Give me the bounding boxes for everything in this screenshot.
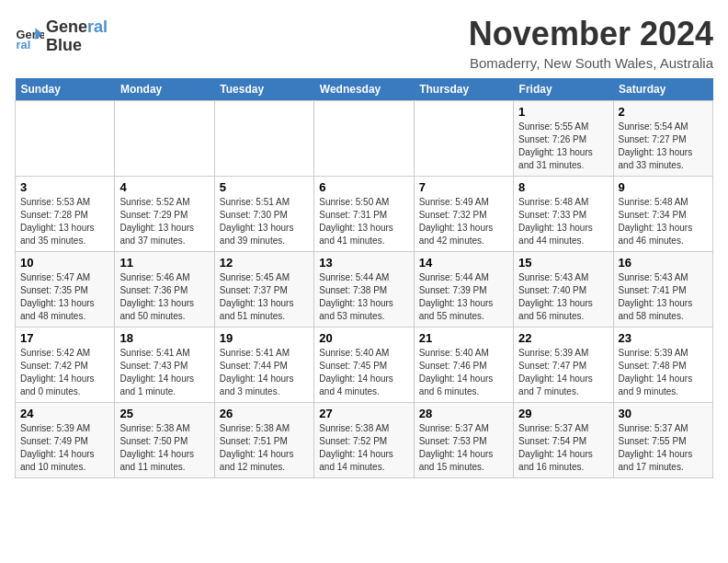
calendar-cell: 30Sunrise: 5:37 AM Sunset: 7:55 PM Dayli… bbox=[613, 403, 712, 478]
day-info: Sunrise: 5:40 AM Sunset: 7:46 PM Dayligh… bbox=[419, 347, 508, 398]
day-number: 20 bbox=[319, 331, 408, 345]
calendar-table: Sunday Monday Tuesday Wednesday Thursday… bbox=[15, 78, 713, 478]
day-number: 26 bbox=[220, 407, 309, 420]
day-number: 19 bbox=[220, 331, 309, 345]
calendar-cell: 1Sunrise: 5:55 AM Sunset: 7:26 PM Daylig… bbox=[514, 101, 613, 177]
calendar-cell: 12Sunrise: 5:45 AM Sunset: 7:37 PM Dayli… bbox=[214, 252, 313, 327]
day-info: Sunrise: 5:41 AM Sunset: 7:44 PM Dayligh… bbox=[220, 347, 309, 398]
day-info: Sunrise: 5:42 AM Sunset: 7:42 PM Dayligh… bbox=[20, 347, 109, 398]
calendar-cell: 23Sunrise: 5:39 AM Sunset: 7:48 PM Dayli… bbox=[613, 327, 712, 403]
day-number: 30 bbox=[619, 407, 708, 420]
day-info: Sunrise: 5:48 AM Sunset: 7:34 PM Dayligh… bbox=[619, 196, 708, 247]
day-info: Sunrise: 5:39 AM Sunset: 7:48 PM Dayligh… bbox=[619, 347, 708, 398]
calendar-cell: 10Sunrise: 5:47 AM Sunset: 7:35 PM Dayli… bbox=[16, 252, 115, 327]
calendar-cell: 11Sunrise: 5:46 AM Sunset: 7:36 PM Dayli… bbox=[115, 252, 214, 327]
day-info: Sunrise: 5:39 AM Sunset: 7:49 PM Dayligh… bbox=[20, 422, 109, 474]
day-number: 27 bbox=[319, 407, 408, 420]
day-info: Sunrise: 5:40 AM Sunset: 7:45 PM Dayligh… bbox=[319, 347, 408, 398]
calendar-cell: 2Sunrise: 5:54 AM Sunset: 7:27 PM Daylig… bbox=[613, 101, 712, 177]
calendar-cell: 7Sunrise: 5:49 AM Sunset: 7:32 PM Daylig… bbox=[414, 177, 513, 252]
logo-text: GeneralBlue bbox=[46, 18, 108, 55]
day-info: Sunrise: 5:38 AM Sunset: 7:52 PM Dayligh… bbox=[319, 422, 408, 474]
calendar-cell: 4Sunrise: 5:52 AM Sunset: 7:29 PM Daylig… bbox=[115, 177, 214, 252]
day-info: Sunrise: 5:50 AM Sunset: 7:31 PM Dayligh… bbox=[319, 196, 408, 247]
calendar-cell: 17Sunrise: 5:42 AM Sunset: 7:42 PM Dayli… bbox=[16, 327, 115, 403]
calendar-cell: 15Sunrise: 5:43 AM Sunset: 7:40 PM Dayli… bbox=[514, 252, 613, 327]
logo: Gene ral GeneralBlue bbox=[15, 18, 108, 55]
title-block: November 2024 Bomaderry, New South Wales… bbox=[469, 15, 713, 71]
header-thursday: Thursday bbox=[414, 78, 513, 101]
day-info: Sunrise: 5:43 AM Sunset: 7:40 PM Dayligh… bbox=[518, 271, 608, 323]
day-number: 8 bbox=[518, 180, 608, 194]
calendar-cell: 26Sunrise: 5:38 AM Sunset: 7:51 PM Dayli… bbox=[214, 403, 313, 478]
day-number: 13 bbox=[319, 256, 408, 270]
day-info: Sunrise: 5:54 AM Sunset: 7:27 PM Dayligh… bbox=[619, 121, 708, 172]
header-wednesday: Wednesday bbox=[314, 78, 414, 101]
day-number: 16 bbox=[619, 256, 708, 270]
day-info: Sunrise: 5:38 AM Sunset: 7:50 PM Dayligh… bbox=[119, 422, 209, 474]
day-info: Sunrise: 5:37 AM Sunset: 7:54 PM Dayligh… bbox=[518, 422, 608, 474]
calendar-cell: 22Sunrise: 5:39 AM Sunset: 7:47 PM Dayli… bbox=[514, 327, 613, 403]
day-number: 25 bbox=[119, 407, 209, 420]
day-number: 17 bbox=[20, 331, 109, 345]
header-sunday: Sunday bbox=[16, 78, 115, 101]
calendar-body: 1Sunrise: 5:55 AM Sunset: 7:26 PM Daylig… bbox=[16, 101, 713, 478]
day-number: 21 bbox=[419, 331, 508, 345]
calendar-cell: 3Sunrise: 5:53 AM Sunset: 7:28 PM Daylig… bbox=[16, 177, 115, 252]
calendar-cell bbox=[115, 101, 214, 177]
day-number: 11 bbox=[119, 256, 209, 270]
logo-icon: Gene ral bbox=[15, 22, 44, 52]
day-info: Sunrise: 5:45 AM Sunset: 7:37 PM Dayligh… bbox=[220, 271, 309, 323]
calendar-header: Sunday Monday Tuesday Wednesday Thursday… bbox=[16, 78, 713, 101]
day-number: 12 bbox=[220, 256, 309, 270]
day-number: 10 bbox=[20, 256, 109, 270]
day-info: Sunrise: 5:39 AM Sunset: 7:47 PM Dayligh… bbox=[518, 347, 608, 398]
day-info: Sunrise: 5:44 AM Sunset: 7:38 PM Dayligh… bbox=[319, 271, 408, 323]
day-number: 3 bbox=[20, 180, 109, 194]
calendar-cell: 20Sunrise: 5:40 AM Sunset: 7:45 PM Dayli… bbox=[314, 327, 414, 403]
day-number: 14 bbox=[419, 256, 508, 270]
day-number: 22 bbox=[518, 331, 608, 345]
calendar-cell: 9Sunrise: 5:48 AM Sunset: 7:34 PM Daylig… bbox=[613, 177, 712, 252]
day-info: Sunrise: 5:41 AM Sunset: 7:43 PM Dayligh… bbox=[119, 347, 209, 398]
day-number: 9 bbox=[619, 180, 708, 194]
day-info: Sunrise: 5:52 AM Sunset: 7:29 PM Dayligh… bbox=[119, 196, 209, 247]
day-number: 7 bbox=[419, 180, 508, 194]
month-title: November 2024 bbox=[469, 15, 713, 53]
calendar-cell: 16Sunrise: 5:43 AM Sunset: 7:41 PM Dayli… bbox=[613, 252, 712, 327]
calendar-cell: 5Sunrise: 5:51 AM Sunset: 7:30 PM Daylig… bbox=[214, 177, 313, 252]
svg-text:ral: ral bbox=[17, 38, 31, 52]
day-info: Sunrise: 5:44 AM Sunset: 7:39 PM Dayligh… bbox=[419, 271, 508, 323]
day-info: Sunrise: 5:37 AM Sunset: 7:53 PM Dayligh… bbox=[419, 422, 508, 474]
page-header: Gene ral GeneralBlue November 2024 Bomad… bbox=[15, 15, 713, 71]
day-info: Sunrise: 5:43 AM Sunset: 7:41 PM Dayligh… bbox=[619, 271, 708, 323]
calendar-cell: 28Sunrise: 5:37 AM Sunset: 7:53 PM Dayli… bbox=[414, 403, 513, 478]
day-info: Sunrise: 5:38 AM Sunset: 7:51 PM Dayligh… bbox=[220, 422, 309, 474]
calendar-cell: 24Sunrise: 5:39 AM Sunset: 7:49 PM Dayli… bbox=[16, 403, 115, 478]
day-info: Sunrise: 5:48 AM Sunset: 7:33 PM Dayligh… bbox=[518, 196, 608, 247]
day-info: Sunrise: 5:37 AM Sunset: 7:55 PM Dayligh… bbox=[619, 422, 708, 474]
calendar-cell: 19Sunrise: 5:41 AM Sunset: 7:44 PM Dayli… bbox=[214, 327, 313, 403]
day-info: Sunrise: 5:53 AM Sunset: 7:28 PM Dayligh… bbox=[20, 196, 109, 247]
day-number: 2 bbox=[619, 105, 708, 119]
day-number: 23 bbox=[619, 331, 708, 345]
header-monday: Monday bbox=[115, 78, 214, 101]
day-info: Sunrise: 5:49 AM Sunset: 7:32 PM Dayligh… bbox=[419, 196, 508, 247]
day-info: Sunrise: 5:47 AM Sunset: 7:35 PM Dayligh… bbox=[20, 271, 109, 323]
calendar-cell: 14Sunrise: 5:44 AM Sunset: 7:39 PM Dayli… bbox=[414, 252, 513, 327]
calendar-cell: 6Sunrise: 5:50 AM Sunset: 7:31 PM Daylig… bbox=[314, 177, 414, 252]
day-number: 4 bbox=[119, 180, 209, 194]
day-number: 24 bbox=[20, 407, 109, 420]
calendar-cell bbox=[214, 101, 313, 177]
calendar-cell: 29Sunrise: 5:37 AM Sunset: 7:54 PM Dayli… bbox=[514, 403, 613, 478]
calendar-cell bbox=[16, 101, 115, 177]
calendar-cell: 25Sunrise: 5:38 AM Sunset: 7:50 PM Dayli… bbox=[115, 403, 214, 478]
calendar-cell bbox=[414, 101, 513, 177]
calendar-cell: 27Sunrise: 5:38 AM Sunset: 7:52 PM Dayli… bbox=[314, 403, 414, 478]
day-number: 6 bbox=[319, 180, 408, 194]
header-tuesday: Tuesday bbox=[214, 78, 313, 101]
header-friday: Friday bbox=[514, 78, 613, 101]
day-number: 28 bbox=[419, 407, 508, 420]
day-number: 29 bbox=[518, 407, 608, 420]
location: Bomaderry, New South Wales, Australia bbox=[469, 55, 713, 71]
